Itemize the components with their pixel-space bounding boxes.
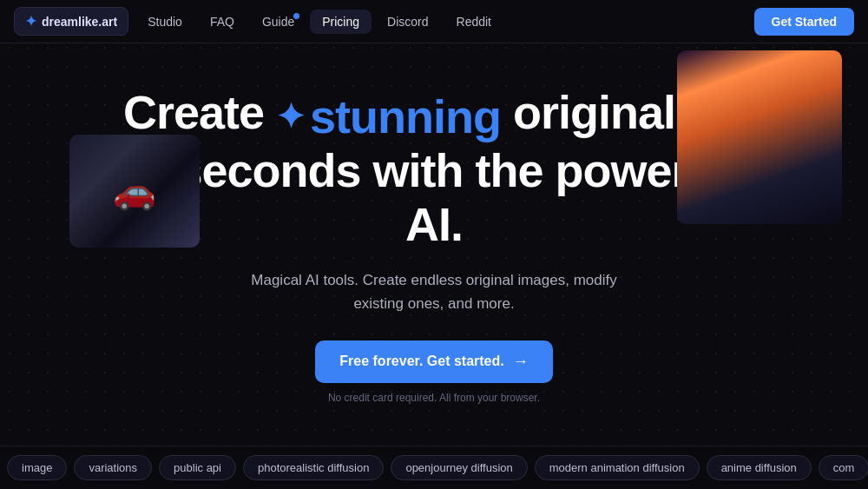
hero-title-start: Create xyxy=(123,86,264,138)
car-image-left xyxy=(69,135,200,248)
tag-public-api[interactable]: public api xyxy=(159,455,236,480)
arrow-icon: → xyxy=(513,353,529,371)
nav-pricing[interactable]: Pricing xyxy=(310,10,372,34)
tags-bar: image variations public api photorealist… xyxy=(0,446,868,489)
street-image-right xyxy=(677,50,842,224)
nav-discord[interactable]: Discord xyxy=(375,10,440,34)
diamond-icon: ✦ xyxy=(25,13,36,30)
navbar: ✦ dreamlike.art Studio FAQ Guide Pricing… xyxy=(0,0,868,43)
tag-openjourney[interactable]: openjourney diffusion xyxy=(391,455,527,480)
nav-faq[interactable]: FAQ xyxy=(198,10,247,34)
nav-guide[interactable]: Guide xyxy=(250,10,306,34)
car-illustration xyxy=(69,135,200,248)
get-started-button[interactable]: Get Started xyxy=(754,8,854,36)
nav-reddit-label: Reddit xyxy=(457,15,491,29)
nav-pricing-label: Pricing xyxy=(322,15,359,29)
nav-studio[interactable]: Studio xyxy=(135,10,194,34)
tag-com[interactable]: com xyxy=(819,455,868,480)
nav-guide-label: Guide xyxy=(262,15,294,29)
nav-faq-label: FAQ xyxy=(210,15,234,29)
hero-subtitle: Magical AI tools. Create endless origina… xyxy=(226,268,642,315)
brand-name: dreamlike.art xyxy=(42,15,117,29)
notification-dot xyxy=(293,13,299,19)
hero-title: Create ✦stunning original artin seconds … xyxy=(108,85,760,251)
nav-reddit[interactable]: Reddit xyxy=(444,10,503,34)
nav-studio-label: Studio xyxy=(148,15,182,29)
tag-modern-animation[interactable]: modern animation diffusion xyxy=(535,455,700,480)
hero-title-accent: ✦stunning xyxy=(276,89,501,143)
cta-label: Free forever. Get started. xyxy=(339,354,503,369)
nav-discord-label: Discord xyxy=(387,15,428,29)
tag-variations[interactable]: variations xyxy=(74,455,152,480)
stunning-diamond-icon: ✦ xyxy=(276,96,305,136)
brand-logo[interactable]: ✦ dreamlike.art xyxy=(14,7,128,36)
tag-photorealistic[interactable]: photorealistic diffusion xyxy=(243,455,384,480)
street-illustration xyxy=(677,50,842,224)
tag-image[interactable]: image xyxy=(7,455,67,480)
cta-button[interactable]: Free forever. Get started. → xyxy=(315,340,552,383)
tag-anime[interactable]: anime diffusion xyxy=(707,455,812,480)
hero-note: No credit card required. All from your b… xyxy=(328,392,540,404)
